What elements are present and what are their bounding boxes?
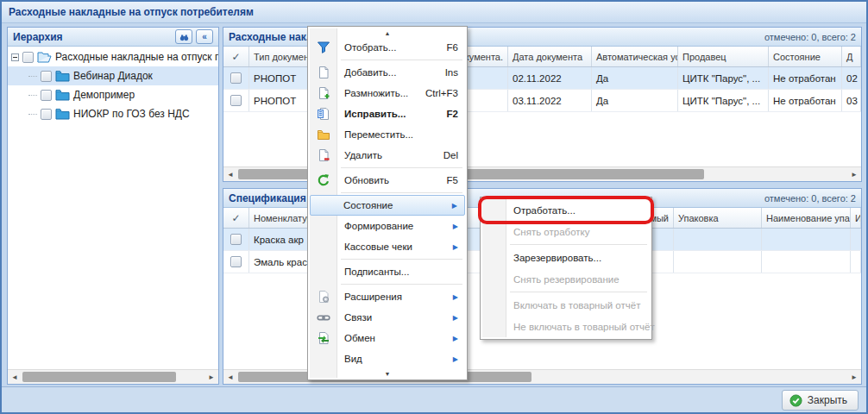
submenu-item-label: Снять резервирование bbox=[513, 274, 620, 285]
scroll-left-icon[interactable]: ◄ bbox=[8, 370, 22, 384]
filter-icon bbox=[317, 41, 330, 54]
tree-node-label: Демопример bbox=[73, 89, 135, 101]
check-column-header[interactable]: ✓ bbox=[223, 208, 249, 228]
menu-item-receipts[interactable]: Кассовые чеки ▶ bbox=[310, 236, 465, 257]
column-header-packname[interactable]: Наименование упа bbox=[762, 208, 851, 228]
scroll-right-icon[interactable]: ► bbox=[847, 370, 861, 384]
submenu-item-label: Снять отработку bbox=[513, 227, 589, 237]
column-header-auto[interactable]: Автоматическая ус bbox=[592, 47, 678, 66]
menu-item-label: Переместить... bbox=[344, 129, 413, 140]
expander-icon[interactable] bbox=[11, 53, 19, 61]
search-button[interactable] bbox=[175, 29, 192, 44]
cell-auto: Да bbox=[592, 90, 678, 111]
scroll-left-icon[interactable]: ◄ bbox=[223, 167, 237, 181]
submenu-arrow-icon: ▶ bbox=[453, 314, 458, 322]
menu-shortcut: F6 bbox=[447, 42, 458, 53]
exchange-icon bbox=[317, 331, 330, 345]
column-header-state[interactable]: Состояние bbox=[769, 47, 842, 66]
scroll-left-icon[interactable]: ◄ bbox=[223, 370, 237, 384]
scroll-thumb[interactable] bbox=[22, 372, 176, 382]
tree-node-demo[interactable]: Демопример bbox=[8, 85, 218, 104]
check-column-header[interactable]: ✓ bbox=[223, 47, 249, 66]
menu-shortcut: F2 bbox=[447, 109, 458, 119]
menu-item-exchange[interactable]: Обмен ▶ bbox=[310, 328, 465, 348]
collapse-panel-button[interactable]: « bbox=[196, 29, 213, 44]
folder-icon bbox=[55, 108, 70, 120]
hierarchy-hscrollbar[interactable]: ◄ ► bbox=[8, 369, 218, 384]
submenu-arrow-icon: ▶ bbox=[453, 223, 458, 230]
documents-counter: отмечено: 0, всего: 2 bbox=[764, 32, 856, 42]
checkbox[interactable] bbox=[230, 95, 242, 106]
menu-separator bbox=[341, 259, 462, 260]
submenu-item-process[interactable]: Отработать... bbox=[482, 199, 650, 221]
checkbox[interactable] bbox=[230, 72, 242, 84]
tree-connector bbox=[28, 95, 37, 96]
cell-state: Не отработан bbox=[769, 67, 842, 89]
menu-item-label: Подписанты... bbox=[344, 267, 409, 277]
tree-node-root[interactable]: Расходные накладные на отпуск потре bbox=[8, 47, 218, 66]
scroll-up-icon: ▲ bbox=[385, 30, 391, 36]
menu-scroll-up[interactable]: ▲ bbox=[310, 28, 465, 37]
menu-separator bbox=[510, 244, 647, 245]
menu-item-extensions[interactable]: Расширения ▶ bbox=[310, 286, 465, 307]
checkbox[interactable] bbox=[41, 71, 52, 82]
submenu-item-reserve[interactable]: Зарезервировать... bbox=[482, 247, 650, 268]
menu-item-state[interactable]: Состояние ▶ bbox=[310, 195, 465, 216]
column-header-date[interactable]: Дата документа bbox=[508, 47, 592, 66]
hierarchy-tree: Расходные накладные на отпуск потре Веби… bbox=[8, 47, 218, 369]
menu-separator bbox=[341, 192, 462, 193]
cell-pack bbox=[674, 251, 762, 273]
submenu-item-label: Не включать в товарный отчёт bbox=[513, 322, 655, 332]
menu-scroll-down[interactable]: ▼ bbox=[310, 369, 465, 378]
menu-item-label: Связи bbox=[344, 312, 372, 323]
collapse-icon: « bbox=[202, 32, 207, 41]
menu-item-signers[interactable]: Подписанты... bbox=[310, 261, 465, 282]
checkbox[interactable] bbox=[230, 234, 242, 245]
menu-item-delete[interactable]: Удалить Del bbox=[310, 145, 465, 166]
menu-item-label: Состояние bbox=[343, 200, 393, 210]
tree-node-niokr[interactable]: НИОКР по ГОЗ без НДС bbox=[8, 104, 218, 123]
scroll-right-icon[interactable]: ► bbox=[204, 370, 218, 384]
tree-node-vebinar[interactable]: Вебинар Диадок bbox=[8, 66, 218, 85]
chain-link-icon bbox=[317, 310, 330, 324]
column-header-pack[interactable]: Упаковка bbox=[674, 208, 762, 228]
add-page-icon bbox=[317, 66, 330, 79]
menu-item-move[interactable]: Переместить... bbox=[310, 124, 465, 145]
checkbox[interactable] bbox=[41, 109, 52, 120]
menu-item-label: Расширения bbox=[344, 292, 402, 302]
cell-date: 03.11.2022 bbox=[508, 90, 592, 111]
menu-item-links[interactable]: Связи ▶ bbox=[310, 307, 465, 328]
folder-icon bbox=[55, 89, 70, 101]
menu-item-label: Исправить... bbox=[344, 109, 406, 119]
column-header-last[interactable]: Д bbox=[842, 47, 861, 66]
cell-pack bbox=[674, 229, 762, 250]
tree-node-label: НИОКР по ГОЗ без НДС bbox=[73, 108, 190, 120]
column-header-seller[interactable]: Продавец bbox=[678, 47, 769, 66]
submenu-item-exclude-report: Не включать в товарный отчёт bbox=[482, 316, 650, 337]
checkbox[interactable] bbox=[230, 256, 242, 267]
menu-item-refresh[interactable]: Обновить F5 bbox=[310, 170, 465, 191]
menu-item-forming[interactable]: Формирование ▶ bbox=[310, 216, 465, 236]
scroll-right-icon[interactable]: ► bbox=[847, 167, 861, 181]
documents-title: Расходные нак. bbox=[229, 31, 309, 43]
cell-seller: ЦИТК "Парус", ... bbox=[678, 67, 769, 89]
cell-packname bbox=[762, 251, 851, 273]
column-header-last[interactable]: И bbox=[851, 208, 861, 228]
close-button[interactable]: Закрыть bbox=[782, 390, 859, 411]
menu-shortcut: Ctrl+F3 bbox=[425, 88, 458, 98]
menu-item-add[interactable]: Добавить... Ins bbox=[310, 62, 465, 83]
checkbox[interactable] bbox=[41, 90, 52, 101]
window-title: Расходные накладные на отпуск потребител… bbox=[9, 6, 254, 18]
hierarchy-title: Иерархия bbox=[13, 31, 63, 43]
menu-item-view[interactable]: Вид ▶ bbox=[310, 348, 465, 369]
menu-separator bbox=[341, 60, 462, 60]
cell-packname bbox=[762, 229, 851, 250]
checkbox[interactable] bbox=[22, 52, 34, 63]
submenu-item-include-report: Включать в товарный отчёт bbox=[482, 294, 650, 316]
cell-last: 02 bbox=[842, 67, 861, 89]
menu-shortcut: Del bbox=[443, 150, 458, 160]
tree-node-label: Расходные накладные на отпуск потре bbox=[55, 51, 218, 63]
menu-item-duplicate[interactable]: Размножить... Ctrl+F3 bbox=[310, 83, 465, 104]
menu-item-filter[interactable]: Отобрать... F6 bbox=[310, 37, 465, 58]
menu-item-edit[interactable]: Исправить... F2 bbox=[310, 104, 465, 124]
